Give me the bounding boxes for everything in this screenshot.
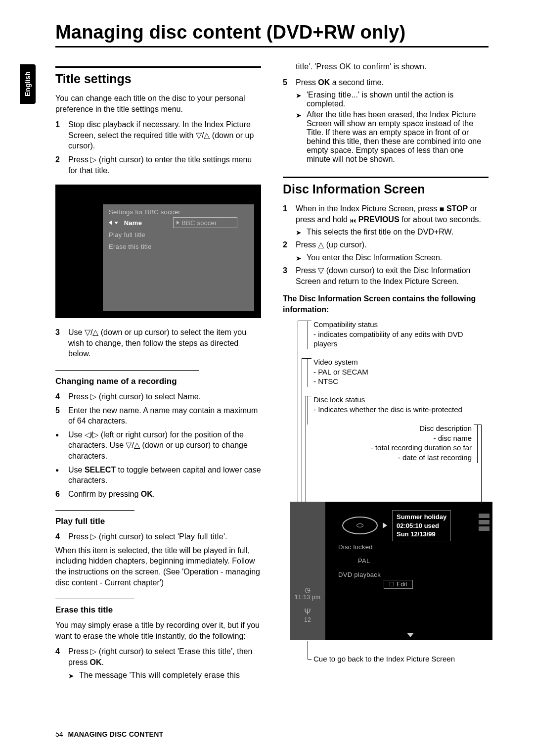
step-text: Press ▷ (right cursor) to select 'Play f… (68, 531, 261, 542)
contains-heading: The Disc Information Screen contains the… (283, 293, 489, 315)
callout-lock-status: Disc lock status - Indicates whether the… (313, 395, 462, 414)
shot-header: Settings for BBC soccer (103, 204, 254, 217)
disc-description-box: Summer holiday 02:05:10 used Sun 12/13/9… (392, 510, 451, 541)
callout-disc-description: Disc description - disc name - total rec… (371, 424, 472, 462)
clock-icon: ◷ (290, 586, 325, 594)
step-number: 3 (283, 265, 296, 286)
step-text: Press ▽ (down cursor) to exit the Disc I… (296, 265, 489, 286)
previous-icon (350, 215, 356, 226)
disc-info-diagram: Compatibility status - indicates compati… (283, 320, 489, 676)
title-settings-heading: Title settings (55, 66, 261, 86)
step-text: Press ▷ (right cursor) to select Name. (68, 391, 261, 402)
arrow-note: 'Erasing title...' is shown until the ac… (296, 91, 489, 108)
step-number: 4 (55, 391, 68, 402)
footer-section: MANAGING DISC CONTENT (68, 730, 163, 738)
antenna-icon: Ψ (290, 608, 325, 616)
disc-locked-label: Disc locked (338, 543, 373, 551)
shot-row-erase: Erase this title (109, 243, 173, 250)
arrow-note: The message 'This will completely erase … (68, 671, 261, 681)
play-full-title-heading: Play full title (55, 517, 261, 526)
stop-icon (440, 204, 445, 215)
right-column: title'. 'Press OK to confirm' is shown. … (283, 61, 489, 683)
step-number: 4 (55, 646, 68, 667)
callout-video-system: Video system - PAL or SECAM - NTSC (313, 357, 368, 386)
changing-name-heading: Changing name of a recording (55, 377, 261, 386)
shot-row-play: Play full title (109, 231, 173, 238)
page-title: Managing disc content (DVD+RW only) (55, 22, 489, 47)
language-tab: English (20, 64, 36, 104)
arrow-note: You enter the Disc Information Screen. (296, 253, 489, 263)
step-number: 2 (55, 154, 68, 176)
step-text: Use ▽/△ (down or up cursor) to select th… (68, 327, 261, 359)
pal-label: PAL (358, 557, 370, 565)
step-text: Confirm by pressing OK. (68, 489, 261, 500)
callout-cue-back: Cue to go back to the Index Picture Scre… (313, 654, 455, 664)
right-arrow-icon (177, 221, 179, 225)
erase-intro: You may simply erase a title by recordin… (55, 620, 261, 641)
play-arrow-icon (383, 522, 387, 528)
shot-row-name: Name (124, 219, 142, 227)
arrow-note: This selects the first title on the DVD+… (296, 228, 489, 237)
divider (55, 370, 199, 371)
step-text: Press ▷ (right cursor) to enter the titl… (68, 154, 261, 176)
step-text: When in the Index Picture Screen, press … (296, 203, 489, 225)
left-column: Title settings You can change each title… (55, 61, 261, 683)
step-text: Stop disc playback if necessary. In the … (68, 119, 261, 151)
intro-text: You can change each title on the disc to… (55, 93, 261, 114)
step-number: 3 (55, 327, 68, 359)
step-number: 1 (283, 203, 296, 225)
usage-bars (479, 514, 490, 533)
step-text: Press △ (up cursor). (296, 239, 489, 250)
down-cue-icon (407, 633, 414, 637)
shot-name-value: BBC soccer (181, 219, 217, 227)
divider (55, 599, 134, 599)
step-text: Press ▷ (right cursor) to select 'Erase … (68, 646, 261, 667)
step-text: Press OK a second time. (296, 77, 489, 88)
callout-compatibility: Compatibility status - indicates compati… (313, 320, 489, 349)
left-arrow-icon (109, 220, 112, 225)
clock-time: 11:13 pm (290, 594, 325, 601)
step-number: 1 (55, 119, 68, 151)
page-number: 54 (55, 730, 63, 738)
bullet-text: Use SELECT to toggle between capital and… (68, 465, 261, 486)
disc-info-heading: Disc Information Screen (283, 177, 489, 196)
page-footer: 54 MANAGING DISC CONTENT (55, 730, 163, 738)
edit-button-label: ☐ Edit (384, 580, 413, 589)
divider (55, 510, 134, 511)
step-number: 5 (283, 77, 296, 88)
disc-info-screenshot: ◷ 11:13 pm Ψ 12 Summer holiday 02:05:10 … (290, 502, 492, 640)
dvd-playback-label: DVD playback (338, 571, 381, 578)
play-full-title-body: When this item is selected, the title wi… (55, 545, 261, 588)
continuation-text: title'. 'Press OK to confirm' is shown. (283, 61, 489, 72)
step-number: 2 (283, 239, 296, 250)
bullet-text: Use ◁/▷ (left or right cursor) for the p… (68, 429, 261, 462)
erase-title-heading: Erase this title (55, 605, 261, 615)
step-number: 4 (55, 531, 68, 542)
title-settings-screenshot: Settings for BBC soccer Name BBC soccer … (55, 185, 261, 318)
disc-icon (342, 517, 378, 534)
down-arrow-icon (114, 222, 118, 224)
arrow-note: After the title has been erased, the Ind… (296, 110, 489, 164)
step-text: Enter the new name. A name may contain a… (68, 405, 261, 426)
step-number: 6 (55, 489, 68, 500)
step-number: 5 (55, 405, 68, 426)
channel-number: 12 (290, 616, 325, 623)
